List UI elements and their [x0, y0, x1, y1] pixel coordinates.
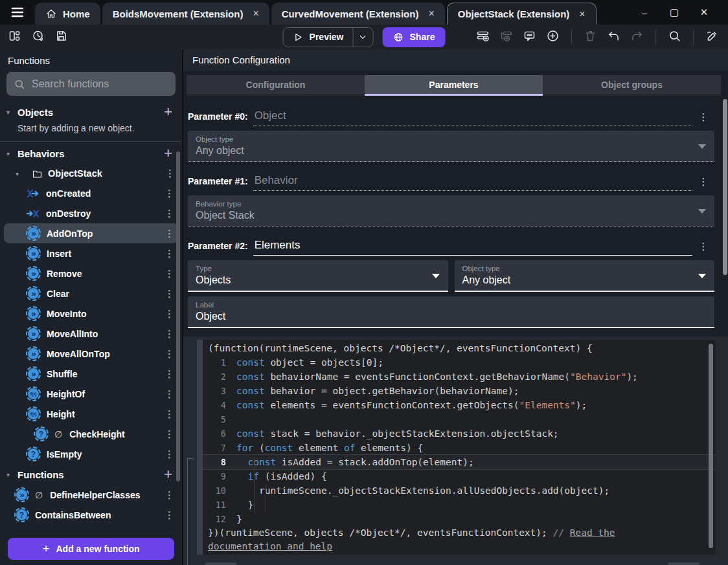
- sidebar-item-moveallontop[interactable]: »MoveAllOnTop⋮: [4, 344, 178, 364]
- tab-configuration[interactable]: Configuration: [187, 75, 365, 96]
- sidebar-item-definehelperclasses[interactable]: »∅DefineHelperClasses⋮: [4, 485, 178, 505]
- item-menu-icon[interactable]: ⋮: [165, 228, 174, 239]
- sidebar-item-oncreated[interactable]: onCreated⋮: [4, 183, 178, 203]
- item-menu-icon[interactable]: ⋮: [165, 208, 174, 219]
- parameter-name-input[interactable]: Elements: [253, 239, 692, 256]
- item-menu-icon[interactable]: ⋮: [165, 489, 174, 501]
- item-menu-icon[interactable]: ⋮: [165, 368, 174, 380]
- toolbar-add-comment-icon[interactable]: [523, 29, 536, 45]
- code-scrollbar[interactable]: [709, 344, 713, 548]
- chevron-down-icon[interactable]: ▾: [6, 471, 17, 478]
- toolbar-add-event-icon[interactable]: [476, 29, 490, 45]
- sidebar-item-remove[interactable]: »Remove⋮: [4, 263, 178, 283]
- tab-parameters[interactable]: Parameters: [365, 75, 543, 96]
- item-menu-icon[interactable]: ⋮: [165, 328, 174, 340]
- search-box[interactable]: [6, 72, 176, 96]
- item-menu-icon[interactable]: ⋮: [165, 168, 174, 179]
- share-button[interactable]: Share: [383, 27, 446, 47]
- toolbar-left-icons: [0, 29, 68, 45]
- sidebar-item-moveinto[interactable]: »MoveInto⋮: [4, 304, 178, 324]
- function-name: DefineHelperClasses: [50, 490, 159, 500]
- add-new-function-button[interactable]: + Add a new function: [8, 538, 174, 560]
- parameter-menu-icon[interactable]: ⋮: [692, 241, 714, 256]
- type-field[interactable]: TypeObjects: [188, 260, 448, 292]
- sidebar-item-height[interactable]: f(x)Height⋮: [4, 404, 178, 424]
- line-number: 4: [203, 398, 236, 412]
- behavior-folder-objectstack[interactable]: ▾ObjectStack⋮: [0, 164, 182, 183]
- item-menu-icon[interactable]: ⋮: [165, 188, 174, 199]
- add-objects-button[interactable]: +: [164, 105, 172, 119]
- sidebar-item-addontop[interactable]: »AddOnTop⋮: [4, 223, 178, 243]
- object-type-field[interactable]: Object typeAny object: [455, 260, 715, 292]
- close-button[interactable]: ✕: [689, 6, 719, 18]
- sidebar-item-heightof[interactable]: f(x)HeightOf⋮: [4, 384, 178, 404]
- function-name: AddOnTop: [47, 228, 159, 239]
- parameter-name-input[interactable]: Object: [253, 109, 692, 126]
- item-menu-icon[interactable]: ⋮: [165, 449, 174, 460]
- object-type-field[interactable]: Object typeAny object: [188, 131, 714, 162]
- toolbar-add-circle-icon[interactable]: [546, 29, 560, 45]
- menu-icon[interactable]: [0, 0, 35, 25]
- maximize-button[interactable]: ▢: [659, 6, 689, 18]
- chevron-down-icon[interactable]: ▾: [16, 170, 27, 177]
- toolbar-rename-icon[interactable]: [705, 29, 719, 45]
- panel-scrollbar[interactable]: [723, 99, 727, 275]
- editor-handle[interactable]: [197, 340, 203, 555]
- function-name: onDestroy: [46, 208, 159, 219]
- expression-function-icon: f(x): [26, 386, 41, 401]
- toolbar-panels-icon[interactable]: [8, 29, 21, 45]
- divider: [655, 29, 656, 45]
- sidebar-item-clear[interactable]: »Clear⋮: [4, 283, 178, 304]
- tab-close-icon[interactable]: ×: [428, 8, 434, 19]
- parameter-menu-icon[interactable]: ⋮: [692, 176, 714, 191]
- tab-close-icon[interactable]: ×: [253, 8, 258, 19]
- preview-button-group: Preview: [283, 27, 374, 47]
- sidebar-item-moveallinto[interactable]: »MoveAllInto⋮: [4, 324, 178, 344]
- sidebar-item-containsbetween[interactable]: ?ContainsBetween⋮: [4, 505, 178, 525]
- field-row: Object typeAny object: [188, 131, 714, 162]
- toolbar-history-icon[interactable]: [31, 29, 45, 45]
- tab-home[interactable]: Home: [35, 3, 100, 25]
- item-menu-icon[interactable]: ⋮: [165, 268, 174, 280]
- tab-close-icon[interactable]: ×: [579, 8, 585, 20]
- sidebar-item-ondestroy[interactable]: onDestroy⋮: [4, 203, 178, 223]
- sidebar-item-isempty[interactable]: ?IsEmpty⋮: [4, 444, 178, 464]
- chevron-down-icon[interactable]: ▾: [6, 109, 17, 116]
- sidebar-item-shuffle[interactable]: »Shuffle⋮: [4, 364, 178, 384]
- tab-boidsmovement-extension[interactable]: BoidsMovement (Extension)×: [102, 3, 269, 25]
- preview-options-button[interactable]: [354, 32, 373, 42]
- code-line: 12}: [203, 512, 716, 526]
- sidebar-item-checkheight[interactable]: ?∅CheckHeight⋮: [4, 424, 178, 444]
- sidebar-item-insert[interactable]: »Insert⋮: [4, 243, 178, 263]
- toolbar-undo-icon[interactable]: [607, 29, 620, 45]
- tab-objectstack-extension[interactable]: ObjectStack (Extension)×: [447, 3, 597, 25]
- item-menu-icon[interactable]: ⋮: [165, 308, 174, 320]
- behavior-type-field[interactable]: Behavior typeObject Stack: [188, 195, 714, 227]
- action-function-icon: »: [26, 226, 41, 241]
- chevron-down-icon[interactable]: ▾: [6, 150, 17, 157]
- item-menu-icon[interactable]: ⋮: [165, 509, 174, 521]
- item-menu-icon[interactable]: ⋮: [165, 288, 174, 300]
- search-input[interactable]: [32, 78, 168, 90]
- add-behaviors-button[interactable]: +: [164, 146, 172, 161]
- minimize-button[interactable]: –: [630, 7, 659, 18]
- item-menu-icon[interactable]: ⋮: [165, 408, 174, 420]
- preview-button[interactable]: Preview: [284, 32, 353, 43]
- toolbar-search-icon[interactable]: [668, 29, 681, 45]
- item-menu-icon[interactable]: ⋮: [165, 388, 174, 400]
- toolbar-save-icon[interactable]: [54, 29, 68, 45]
- section-label: Objects: [17, 107, 164, 118]
- item-menu-icon[interactable]: ⋮: [165, 248, 174, 260]
- item-menu-icon[interactable]: ⋮: [165, 348, 174, 360]
- label-field[interactable]: LabelObject: [188, 296, 714, 328]
- code-editor[interactable]: (function(runtimeScene, objects /*Object…: [197, 340, 716, 555]
- tab-curvedmovement-extension[interactable]: CurvedMovement (Extension)×: [271, 3, 445, 25]
- sidebar-scrollbar[interactable]: [176, 151, 180, 482]
- tab-object-groups[interactable]: Object groups: [543, 75, 721, 96]
- add-functions-button[interactable]: +: [164, 467, 172, 482]
- code-text: const stack = behavior._objectStackExten…: [236, 427, 559, 441]
- parameter-name-input[interactable]: Behavior: [253, 174, 692, 191]
- play-icon: [293, 32, 304, 43]
- parameter-menu-icon[interactable]: ⋮: [692, 111, 714, 126]
- item-menu-icon[interactable]: ⋮: [165, 428, 174, 440]
